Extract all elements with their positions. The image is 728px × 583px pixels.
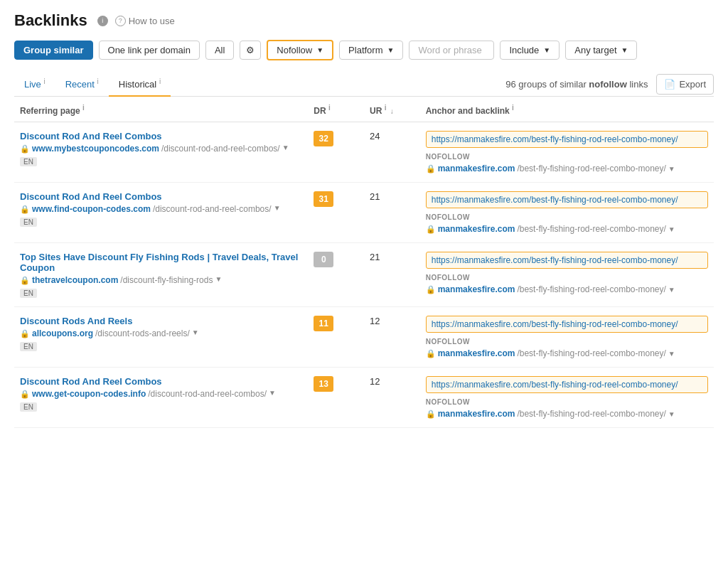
backlink-url[interactable]: https://manmakesfire.com/best-fly-fishin…	[426, 131, 708, 148]
ur-value: 12	[370, 376, 380, 387]
ur-value: 12	[370, 316, 380, 326]
lock-icon: 🔒	[20, 390, 30, 399]
lang-badge: EN	[20, 157, 37, 166]
tab-live[interactable]: Live i	[14, 72, 55, 97]
ur-sort-icon: ↓	[390, 107, 394, 115]
nofollow-badge: NOFOLLOW	[426, 398, 470, 406]
lock-icon: 🔒	[20, 276, 30, 285]
referring-title-link[interactable]: Discount Rods And Reels	[20, 316, 302, 326]
anchor-dropdown-icon[interactable]: ▼	[668, 350, 675, 358]
lang-badge: EN	[20, 342, 37, 351]
lock-icon: 🔒	[20, 205, 30, 214]
referring-url-base: www.mybestcouponcodes.com	[32, 144, 159, 154]
referring-url-base: www.find-coupon-codes.com	[32, 204, 151, 214]
lang-badge: EN	[20, 218, 37, 227]
referring-title-link[interactable]: Top Sites Have Discount Fly Fishing Rods…	[20, 252, 302, 273]
anchor-url-path: /best-fly-fishing-rod-reel-combo-money/	[517, 164, 665, 173]
table-row: Discount Rods And Reels 🔒 allcoupons.org…	[14, 307, 714, 368]
anchor-lock-icon: 🔒	[426, 225, 436, 234]
tab-recent-info[interactable]: i	[97, 77, 99, 85]
referring-url-path: /discount-rods-and-reels/	[95, 328, 190, 338]
anchor-domain: 🔒 manmakesfire.com/best-fly-fishing-rod-…	[426, 164, 708, 173]
referring-title-link[interactable]: Discount Rod And Reel Combos	[20, 131, 302, 141]
export-button[interactable]: 📄 Export	[656, 74, 714, 95]
lock-icon: 🔒	[20, 144, 30, 154]
referring-title-link[interactable]: Discount Rod And Reel Combos	[20, 376, 302, 387]
anchor-dropdown-icon[interactable]: ▼	[668, 410, 675, 418]
nofollow-badge: NOFOLLOW	[426, 213, 470, 221]
title-info-icon[interactable]: i	[97, 16, 108, 26]
anchor-domain: 🔒 manmakesfire.com/best-fly-fishing-rod-…	[426, 409, 708, 419]
table-row: Top Sites Have Discount Fly Fishing Rods…	[14, 243, 714, 307]
dr-badge: 32	[314, 131, 333, 146]
platform-chevron-icon: ▼	[387, 46, 395, 54]
anchor-url-base: manmakesfire.com	[438, 284, 515, 294]
anchor-domain: 🔒 manmakesfire.com/best-fly-fishing-rod-…	[426, 348, 708, 358]
anchor-url-path: /best-fly-fishing-rod-reel-combo-money/	[517, 284, 665, 294]
anchor-url-path: /best-fly-fishing-rod-reel-combo-money/	[517, 224, 665, 234]
anchor-dropdown-icon[interactable]: ▼	[668, 165, 675, 173]
col-header-ur[interactable]: UR i ↓	[364, 97, 420, 122]
include-dropdown[interactable]: Include ▼	[500, 41, 560, 60]
dr-badge: 11	[314, 316, 333, 331]
settings-button[interactable]: ⚙	[240, 41, 261, 60]
group-count-label: 96 groups of similar nofollow links	[505, 73, 648, 95]
table-row: Discount Rod And Reel Combos 🔒 www.find-…	[14, 183, 714, 243]
backlink-url[interactable]: https://manmakesfire.com/best-fly-fishin…	[426, 191, 708, 208]
tab-historical[interactable]: Historical i	[109, 72, 171, 97]
ur-value: 21	[370, 191, 380, 202]
referring-url-path: /discount-rod-and-reel-combos/	[161, 144, 280, 154]
url-dropdown-icon[interactable]: ▼	[215, 275, 222, 283]
tabs-row: Live i Recent i Historical i 96 groups o…	[14, 72, 714, 97]
tab-live-info[interactable]: i	[43, 77, 45, 85]
word-phrase-input[interactable]: Word or phrase	[409, 41, 494, 60]
dr-badge: 31	[314, 191, 333, 207]
backlink-url[interactable]: https://manmakesfire.com/best-fly-fishin…	[426, 252, 708, 269]
how-to-use-link[interactable]: ? How to use	[115, 16, 175, 26]
nofollow-badge: NOFOLLOW	[426, 338, 470, 346]
referring-url-base: www.get-coupon-codes.info	[32, 389, 146, 399]
anchor-dropdown-icon[interactable]: ▼	[668, 225, 675, 233]
question-icon: ?	[115, 16, 126, 26]
anchor-url-path: /best-fly-fishing-rod-reel-combo-money/	[517, 348, 665, 358]
url-dropdown-icon[interactable]: ▼	[282, 144, 289, 151]
anchor-url-path: /best-fly-fishing-rod-reel-combo-money/	[517, 409, 665, 419]
anchor-lock-icon: 🔒	[426, 410, 436, 419]
export-icon: 📄	[664, 79, 675, 90]
toolbar: Group similar One link per domain All ⚙ …	[14, 40, 714, 60]
referring-url-base: allcoupons.org	[32, 328, 93, 338]
one-link-per-domain-button[interactable]: One link per domain	[99, 41, 200, 60]
backlinks-table: Referring page i DR i UR i ↓ Anchor and …	[14, 97, 714, 428]
anchor-lock-icon: 🔒	[426, 164, 436, 173]
table-row: Discount Rod And Reel Combos 🔒 www.get-c…	[14, 368, 714, 428]
backlink-url[interactable]: https://manmakesfire.com/best-fly-fishin…	[426, 316, 708, 333]
dr-badge: 0	[314, 252, 333, 267]
any-target-dropdown[interactable]: Any target ▼	[565, 41, 637, 60]
referring-title-link[interactable]: Discount Rod And Reel Combos	[20, 191, 302, 202]
ur-value: 24	[370, 131, 380, 141]
tab-historical-info[interactable]: i	[159, 77, 161, 85]
backlink-url[interactable]: https://manmakesfire.com/best-fly-fishin…	[426, 376, 708, 393]
anchor-url-base: manmakesfire.com	[438, 164, 515, 173]
group-similar-button[interactable]: Group similar	[14, 41, 93, 60]
lock-icon: 🔒	[20, 329, 30, 338]
anchor-domain: 🔒 manmakesfire.com/best-fly-fishing-rod-…	[426, 224, 708, 234]
tab-recent[interactable]: Recent i	[55, 72, 109, 97]
anchor-domain: 🔒 manmakesfire.com/best-fly-fishing-rod-…	[426, 284, 708, 294]
platform-dropdown[interactable]: Platform ▼	[339, 41, 403, 60]
url-dropdown-icon[interactable]: ▼	[269, 389, 276, 397]
url-dropdown-icon[interactable]: ▼	[274, 204, 281, 212]
referring-url-path: /discount-rod-and-reel-combos/	[153, 204, 272, 214]
nofollow-dropdown[interactable]: Nofollow ▼	[267, 40, 333, 60]
nofollow-badge: NOFOLLOW	[426, 153, 470, 161]
nofollow-badge: NOFOLLOW	[426, 274, 470, 282]
col-header-referring: Referring page i	[14, 97, 308, 122]
anchor-url-base: manmakesfire.com	[438, 409, 515, 419]
lang-badge: EN	[20, 402, 37, 412]
url-dropdown-icon[interactable]: ▼	[192, 328, 199, 336]
lang-badge: EN	[20, 289, 37, 298]
dr-badge: 13	[314, 376, 333, 392]
all-button[interactable]: All	[205, 41, 234, 60]
anchor-dropdown-icon[interactable]: ▼	[668, 286, 675, 294]
table-row: Discount Rod And Reel Combos 🔒 www.mybes…	[14, 122, 714, 183]
